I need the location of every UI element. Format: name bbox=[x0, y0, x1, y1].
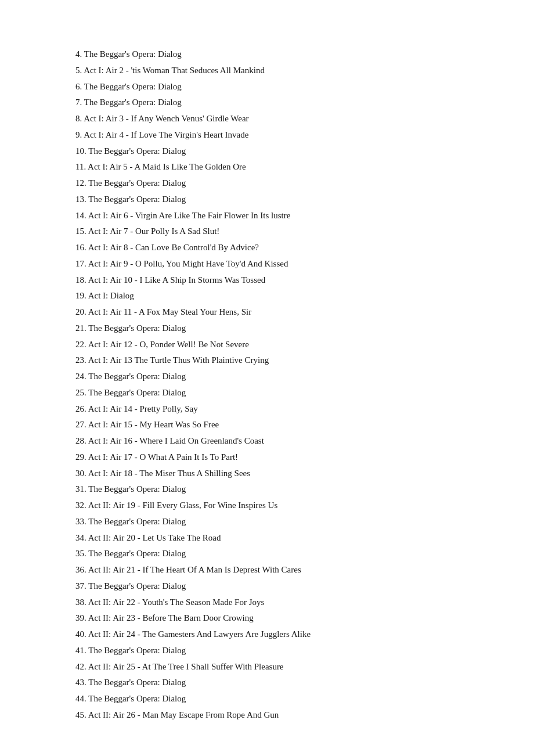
list-item: 6. The Beggar's Opera: Dialog bbox=[75, 79, 499, 95]
list-item: 41. The Beggar's Opera: Dialog bbox=[75, 643, 499, 659]
list-item: 44. The Beggar's Opera: Dialog bbox=[75, 691, 499, 707]
list-item: 7. The Beggar's Opera: Dialog bbox=[75, 95, 499, 111]
track-list: 4. The Beggar's Opera: Dialog5. Act I: A… bbox=[0, 0, 534, 756]
list-item: 17. Act I: Air 9 - O Pollu, You Might Ha… bbox=[75, 256, 499, 272]
list-item: 4. The Beggar's Opera: Dialog bbox=[75, 46, 499, 63]
list-item: 30. Act I: Air 18 - The Miser Thus A Shi… bbox=[75, 466, 499, 482]
list-item: 19. Act I: Dialog bbox=[75, 288, 499, 304]
list-item: 16. Act I: Air 8 - Can Love Be Control'd… bbox=[75, 240, 499, 256]
list-item: 24. The Beggar's Opera: Dialog bbox=[75, 369, 499, 385]
list-item: 36. Act II: Air 21 - If The Heart Of A M… bbox=[75, 562, 499, 578]
list-item: 28. Act I: Air 16 - Where I Laid On Gree… bbox=[75, 433, 499, 449]
list-item: 21. The Beggar's Opera: Dialog bbox=[75, 321, 499, 337]
list-item: 22. Act I: Air 12 - O, Ponder Well! Be N… bbox=[75, 337, 499, 353]
list-item: 33. The Beggar's Opera: Dialog bbox=[75, 514, 499, 530]
list-item: 43. The Beggar's Opera: Dialog bbox=[75, 675, 499, 691]
list-item: 23. Act I: Air 13 The Turtle Thus With P… bbox=[75, 352, 499, 369]
list-item: 15. Act I: Air 7 - Our Polly Is A Sad Sl… bbox=[75, 224, 499, 240]
list-item: 9. Act I: Air 4 - If Love The Virgin's H… bbox=[75, 127, 499, 143]
list-item: 11. Act I: Air 5 - A Maid Is Like The Go… bbox=[75, 159, 499, 175]
list-item: 18. Act I: Air 10 - I Like A Ship In Sto… bbox=[75, 272, 499, 289]
list-item: 13. The Beggar's Opera: Dialog bbox=[75, 192, 499, 208]
list-item: 5. Act I: Air 2 - 'tis Woman That Seduce… bbox=[75, 63, 499, 79]
list-item: 37. The Beggar's Opera: Dialog bbox=[75, 578, 499, 595]
list-item: 34. Act II: Air 20 - Let Us Take The Roa… bbox=[75, 530, 499, 546]
list-item: 20. Act I: Air 11 - A Fox May Steal Your… bbox=[75, 304, 499, 321]
list-item: 40. Act II: Air 24 - The Gamesters And L… bbox=[75, 627, 499, 643]
list-item: 31. The Beggar's Opera: Dialog bbox=[75, 481, 499, 498]
list-item: 39. Act II: Air 23 - Before The Barn Doo… bbox=[75, 610, 499, 627]
list-item: 10. The Beggar's Opera: Dialog bbox=[75, 143, 499, 160]
list-item: 25. The Beggar's Opera: Dialog bbox=[75, 385, 499, 401]
list-item: 42. Act II: Air 25 - At The Tree I Shall… bbox=[75, 659, 499, 675]
list-item: 35. The Beggar's Opera: Dialog bbox=[75, 546, 499, 562]
list-item: 27. Act I: Air 15 - My Heart Was So Free bbox=[75, 417, 499, 433]
list-item: 45. Act II: Air 26 - Man May Escape From… bbox=[75, 707, 499, 723]
list-item: 26. Act I: Air 14 - Pretty Polly, Say bbox=[75, 401, 499, 417]
list-item: 8. Act I: Air 3 - If Any Wench Venus' Gi… bbox=[75, 111, 499, 127]
list-item: 14. Act I: Air 6 - Virgin Are Like The F… bbox=[75, 208, 499, 224]
list-item: 12. The Beggar's Opera: Dialog bbox=[75, 175, 499, 192]
list-item: 38. Act II: Air 22 - Youth's The Season … bbox=[75, 595, 499, 611]
list-item: 29. Act I: Air 17 - O What A Pain It Is … bbox=[75, 449, 499, 466]
list-item: 32. Act II: Air 19 - Fill Every Glass, F… bbox=[75, 498, 499, 514]
